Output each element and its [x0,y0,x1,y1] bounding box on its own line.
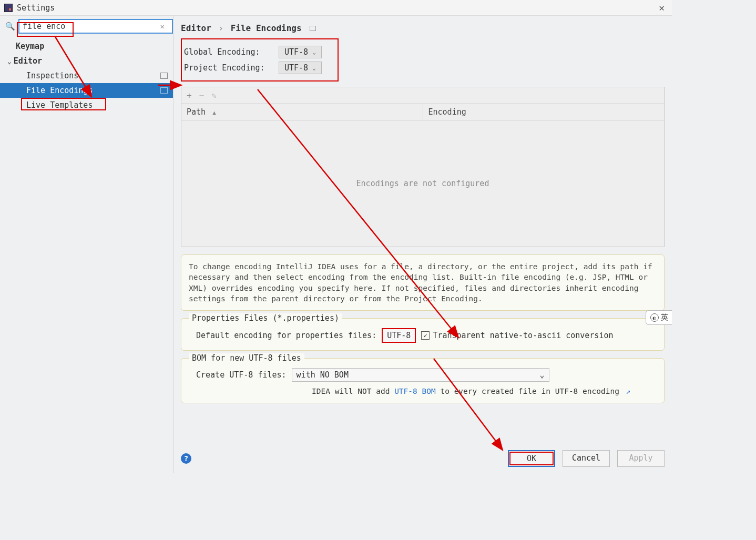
clear-search-icon[interactable]: ✕ [160,22,165,30]
sidebar-item-file-encodings[interactable]: File Encodings [0,83,173,98]
checkbox-label: Transparent native-to-ascii conversion [433,331,613,340]
hint-panel: To change encoding IntelliJ IDEA uses fo… [181,254,665,311]
table-col-path[interactable]: Path ▲ [181,104,423,120]
dropdown-value: UTF-8 [387,331,411,340]
apply-button: Apply [617,450,665,467]
edit-icon[interactable]: ✎ [211,90,217,100]
project-scope-icon [310,26,316,31]
sidebar-item-label: Keymap [16,42,44,51]
main-panel: Editor › File Encodings Global Encoding:… [173,16,672,473]
note-text: to every created file in UTF-8 encoding [436,387,619,395]
section-title: BOM for new UTF-8 files [189,353,304,363]
breadcrumb-part: Editor [181,23,211,33]
search-icon: 🔍 [5,22,15,31]
sidebar: 🔍 ✕ Keymap ⌄ Editor Inspections File Enc… [0,16,173,473]
project-scope-icon [160,73,168,79]
sidebar-item-label: Editor [14,56,42,66]
chevron-down-icon: ⌄ [540,370,545,380]
app-icon [4,4,13,12]
utf8-bom-link[interactable]: UTF-8 BOM [394,387,436,395]
global-encoding-dropdown[interactable]: UTF-8 ⌄ [279,46,322,58]
sidebar-item-live-templates[interactable]: Live Templates [0,98,173,113]
note-text: IDEA will NOT add [312,387,394,395]
bom-section: BOM for new UTF-8 files Create UTF-8 fil… [181,358,665,403]
dropdown-value: UTF-8 [284,63,308,73]
properties-section: Properties Files (*.properties) Default … [181,318,665,351]
native-to-ascii-checkbox[interactable]: ✓ Transparent native-to-ascii conversion [421,331,613,340]
chevron-down-icon: ⌄ [312,49,316,56]
sidebar-item-inspections[interactable]: Inspections [0,68,173,83]
ime-label: 英 [661,313,668,322]
external-link-icon: ↗ [626,387,631,395]
chevron-down-icon: ⌄ [312,65,316,72]
table-empty: Encodings are not configured [181,120,664,247]
titlebar: Settings ✕ [0,0,672,16]
bom-note: IDEA will NOT add UTF-8 BOM to every cre… [189,387,657,395]
ime-badge[interactable]: ◐ 英 [646,310,672,325]
ime-icon: ◐ [650,313,659,322]
breadcrumb-separator-icon: › [218,23,223,33]
settings-tree: Keymap ⌄ Editor Inspections File Encodin… [0,37,173,113]
dropdown-value: UTF-8 [284,47,308,57]
bom-label: Create UTF-8 files: [196,370,287,380]
encodings-table: + − ✎ Path ▲ Encoding Encodings are not … [181,87,665,247]
encoding-defaults: Global Encoding: UTF-8 ⌄ Project Encodin… [181,38,339,81]
breadcrumb: Editor › File Encodings [181,21,665,38]
properties-encoding-dropdown[interactable]: UTF-8 [382,328,416,343]
sidebar-item-editor[interactable]: ⌄ Editor [0,54,173,68]
button-label: OK [527,454,536,463]
properties-encoding-label: Default encoding for properties files: [196,331,376,340]
close-icon[interactable]: ✕ [656,2,668,13]
search-input[interactable] [18,19,173,34]
ok-button[interactable]: OK [508,450,555,467]
sidebar-item-keymap[interactable]: Keymap [0,39,173,54]
dropdown-value: with NO BOM [297,370,349,380]
window-title: Settings [17,3,55,13]
remove-icon[interactable]: − [199,90,205,100]
button-label: Cancel [572,453,600,463]
col-label: Path [187,107,206,117]
project-scope-icon [160,87,168,94]
empty-text: Encodings are not configured [356,179,489,188]
cancel-button[interactable]: Cancel [563,450,610,467]
button-label: Apply [629,453,652,463]
col-label: Encoding [428,107,466,117]
project-encoding-dropdown[interactable]: UTF-8 ⌄ [279,62,322,74]
sidebar-item-label: File Encodings [26,86,93,95]
project-encoding-label: Project Encoding: [184,63,279,73]
sort-asc-icon: ▲ [212,109,216,116]
section-title: Properties Files (*.properties) [189,313,342,323]
add-icon[interactable]: + [187,90,192,100]
table-col-encoding[interactable]: Encoding [423,104,665,120]
bom-dropdown[interactable]: with NO BOM ⌄ [292,368,549,382]
chevron-down-icon: ⌄ [7,57,12,65]
help-icon[interactable]: ? [181,453,191,464]
global-encoding-label: Global Encoding: [184,47,279,57]
checkbox-icon: ✓ [421,331,430,340]
sidebar-item-label: Live Templates [26,100,93,110]
breadcrumb-part: File Encodings [231,23,302,33]
sidebar-item-label: Inspections [26,71,78,80]
